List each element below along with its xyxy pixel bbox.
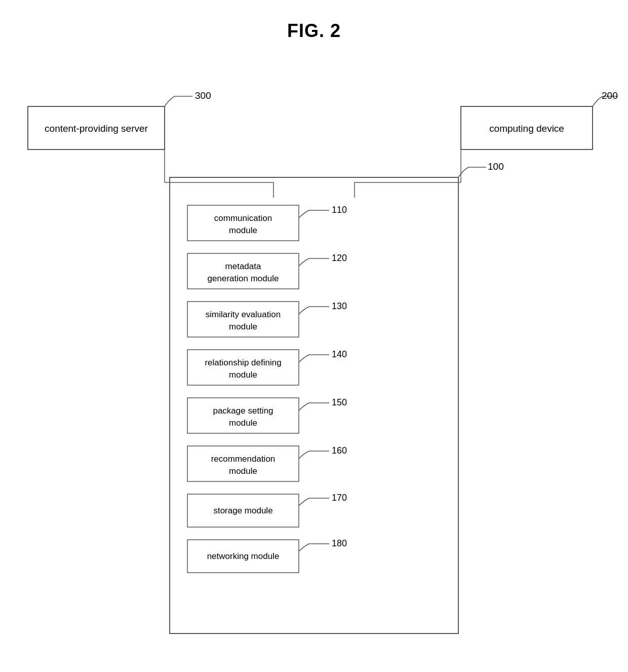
module-label-package-2: module	[229, 418, 257, 428]
module-label-metadata-1: metadata	[225, 262, 261, 271]
module-box-110	[187, 205, 299, 241]
ref-100-label: 100	[488, 161, 504, 172]
module-label-similarity-2: module	[229, 322, 257, 331]
page-container: FIG. 2 content-providing server 300 comp…	[0, 0, 628, 672]
ref-200-curve	[593, 96, 603, 106]
module-label-relationship-1: relationship defining	[205, 358, 281, 367]
module-label-metadata-2: generation module	[208, 274, 279, 283]
ref-150-label: 150	[332, 397, 347, 407]
module-label-recommendation-2: module	[229, 466, 257, 476]
module-label-communication-2: module	[229, 226, 257, 235]
ref-180-label: 180	[332, 538, 347, 548]
module-label-relationship-2: module	[229, 370, 257, 380]
ref-170-label: 170	[332, 493, 347, 503]
module-label-package-1: package setting	[213, 406, 273, 416]
figure-title: FIG. 2	[0, 0, 628, 42]
ref-200-label: 200	[602, 90, 618, 101]
module-label-storage: storage module	[213, 506, 272, 515]
module-box-160	[187, 446, 299, 481]
module-box-120	[187, 253, 299, 289]
ref-140-label: 140	[332, 349, 347, 359]
ref-120-label: 120	[332, 253, 347, 263]
ref-300-label: 300	[195, 90, 211, 101]
computing-device-label: computing device	[489, 123, 564, 134]
module-label-communication-1: communication	[214, 213, 272, 223]
ref-110-label: 110	[332, 205, 347, 215]
module-label-networking: networking module	[207, 551, 280, 561]
module-box-130	[187, 302, 299, 337]
ref-100-curve	[458, 167, 468, 177]
ref-160-label: 160	[332, 445, 347, 456]
module-box-150	[187, 398, 299, 433]
module-label-recommendation-1: recommendation	[211, 454, 276, 464]
ref-130-label: 130	[332, 301, 347, 311]
diagram-svg: content-providing server 300 computing d…	[0, 61, 628, 659]
ref-300-curve	[165, 96, 175, 106]
module-box-140	[187, 350, 299, 385]
content-server-label: content-providing server	[45, 123, 148, 134]
module-label-similarity-1: similarity evaluation	[206, 310, 281, 319]
